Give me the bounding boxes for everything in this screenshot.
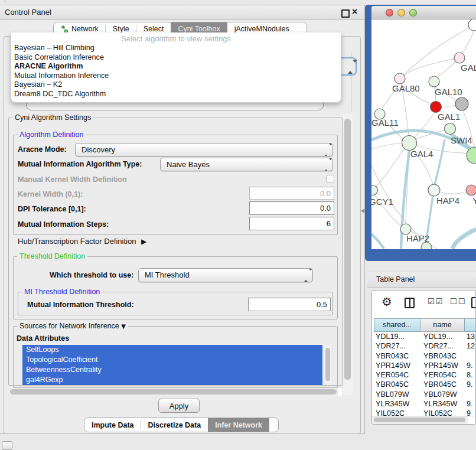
table-row[interactable]: YBR045CYBR045C9. — [374, 380, 476, 389]
table-cell: YLR345W — [420, 399, 464, 409]
network-node-swi4[interactable] — [445, 123, 456, 135]
data-attributes-list[interactable]: SelfLoopsTopologicalCoefficientBetweenne… — [22, 345, 322, 385]
dropdown-item[interactable]: Mutual Information Inference — [11, 71, 341, 81]
dpi-tolerance-input[interactable]: 0.0 — [249, 201, 334, 215]
dropdown-item[interactable]: Bayesian – Hill Climbing — [11, 44, 341, 53]
network-edge-highlighted[interactable] — [452, 229, 476, 249]
aracne-mode-select[interactable]: Discovery — [75, 143, 333, 156]
kernel-width-input[interactable]: 0.0 — [249, 187, 334, 200]
file-icon[interactable] — [471, 297, 476, 308]
table-row[interactable]: YBL079WYBL079W — [374, 390, 476, 399]
network-node[interactable] — [455, 97, 468, 110]
network-edge-highlighted[interactable] — [435, 139, 445, 185]
network-edge[interactable] — [371, 143, 403, 149]
network-node-gal1[interactable] — [431, 102, 442, 113]
data-attributes-label: Data Attributes — [17, 334, 69, 343]
table-toolbar: ⚙ ☑☑ ☐☐ — [372, 291, 475, 318]
split-pane-collapse-arrow[interactable] — [361, 208, 364, 213]
float-window-icon[interactable] — [341, 9, 350, 18]
table-row[interactable]: YPR145WYPR145W9. — [374, 361, 476, 370]
collapsed-arrow-icon: ▶ — [141, 237, 146, 246]
table-cell: YDR27... — [374, 341, 420, 351]
mi-steps-input[interactable]: 6 — [249, 217, 334, 230]
network-node[interactable] — [468, 19, 476, 31]
mi-threshold-input[interactable]: 0.5 — [248, 298, 331, 311]
table-cell: 13 — [464, 332, 476, 341]
network-node-hap4[interactable] — [428, 184, 440, 196]
table-header-row: shared... name — [374, 318, 476, 332]
table-cell — [464, 390, 476, 399]
panel-corner-button[interactable] — [2, 441, 12, 450]
settings-horizontal-scrollbar[interactable] — [8, 388, 342, 396]
attribute-list-item[interactable]: TopologicalCoefficient — [22, 355, 322, 365]
network-node-label: GAL — [461, 63, 476, 73]
table-row[interactable]: YDL19...YDL19...13 — [374, 332, 476, 341]
tab-impute-data[interactable]: Impute Data — [84, 418, 141, 432]
unchecked-checkboxes-icon[interactable]: ☐☐ — [450, 297, 466, 306]
network-node-y[interactable] — [466, 185, 476, 195]
table-cell: YBL079W — [374, 390, 420, 399]
network-edge-highlighted[interactable] — [371, 234, 384, 249]
network-node-gal10[interactable] — [429, 76, 439, 87]
network-tab-icon — [61, 25, 69, 33]
apply-button[interactable]: Apply — [158, 399, 200, 413]
column-header-name[interactable]: name — [420, 318, 464, 332]
mi-algorithm-type-select[interactable]: Naive Bayes — [160, 158, 333, 171]
gear-icon[interactable]: ⚙ — [382, 295, 392, 309]
hub-definition-expander[interactable]: Hub/Transcription Factor Definition ▶ — [18, 237, 146, 246]
table-cell — [464, 351, 476, 361]
table-row[interactable]: YDR27...YDR27...12 — [374, 341, 476, 351]
tab-infer-network[interactable]: Infer Network — [208, 418, 269, 432]
column-header-shared-name[interactable]: shared... — [374, 318, 420, 332]
table-row[interactable]: YBR043CYBR043C — [374, 351, 476, 361]
network-canvas[interactable]: GALGAL80GAL10GAL1GAL11SWI4GAL4GCY1HAP4YH… — [371, 19, 476, 249]
sources-title[interactable]: Sources for Network Inference ▼ — [17, 322, 128, 330]
network-node-label: GCY1 — [371, 197, 393, 207]
mi-type-label: Mutual Information Algorithm Type: — [18, 160, 142, 168]
which-threshold-value: MI Threshold — [145, 270, 190, 279]
attribute-list-item[interactable]: gal4RGexp — [22, 375, 322, 385]
settings-vertical-scrollbar[interactable] — [343, 114, 353, 395]
network-window-titlebar[interactable] — [371, 6, 476, 19]
checked-checkboxes-icon[interactable]: ☑☑ — [428, 297, 444, 306]
table-horizontal-scrollbar[interactable] — [372, 416, 476, 424]
dropdown-item[interactable]: Dream8 DC_TDC Algorithm — [11, 90, 341, 99]
which-threshold-select[interactable]: MI Threshold — [138, 268, 313, 282]
table-cell: 8. — [464, 370, 476, 380]
table-cell: 9 — [464, 409, 476, 416]
network-node-label: GAL4 — [410, 149, 433, 159]
network-node[interactable] — [421, 242, 432, 249]
dropdown-item[interactable]: Basic Correlation Inference — [11, 53, 341, 63]
network-graph: GALGAL80GAL10GAL1GAL11SWI4GAL4GCY1HAP4YH… — [371, 19, 476, 249]
dropdown-prompt: Select algorithm to view settings — [11, 34, 341, 44]
network-node-gal[interactable] — [454, 53, 465, 63]
network-edge[interactable] — [439, 192, 466, 194]
attribute-list-item[interactable]: SelfLoops — [22, 345, 322, 355]
network-node-gal4[interactable] — [402, 136, 417, 151]
column-header-partial[interactable] — [464, 318, 476, 332]
columns-icon[interactable] — [405, 298, 415, 308]
kernel-width-label: Kernel Width (0,1): — [18, 190, 83, 198]
table-row[interactable]: YIL052CYIL052C9 — [374, 409, 476, 416]
minimize-traffic-light-icon[interactable] — [397, 9, 405, 17]
network-edge[interactable] — [403, 58, 459, 76]
dropdown-item[interactable]: Bayesian – K2 — [11, 80, 341, 90]
manual-kernel-checkbox[interactable] — [326, 175, 334, 183]
tab-label: Select — [144, 25, 164, 33]
attribute-list-item[interactable]: BetweennessCentrality — [22, 365, 322, 375]
table-cell: YDR27... — [420, 341, 464, 351]
network-edge[interactable] — [441, 105, 456, 107]
network-node-gcy1[interactable] — [371, 185, 378, 195]
table-row[interactable]: YER054CYER054C8. — [374, 370, 476, 380]
attributes-list-scrollbar[interactable] — [324, 345, 331, 384]
close-icon[interactable]: × — [352, 6, 357, 17]
table-cell: YBR045C — [374, 380, 420, 389]
network-node-gal80[interactable] — [395, 73, 405, 84]
network-edge[interactable] — [376, 148, 405, 187]
cyni-bottom-tabbar: Impute Data Discretize Data Infer Networ… — [84, 418, 279, 432]
zoom-traffic-light-icon[interactable] — [409, 9, 417, 17]
table-row[interactable]: YLR345WYLR345W9. — [374, 399, 476, 409]
dropdown-item[interactable]: ARACNE Algorithm — [11, 62, 341, 71]
tab-discretize-data[interactable]: Discretize Data — [141, 418, 208, 432]
close-traffic-light-icon[interactable] — [386, 9, 393, 17]
